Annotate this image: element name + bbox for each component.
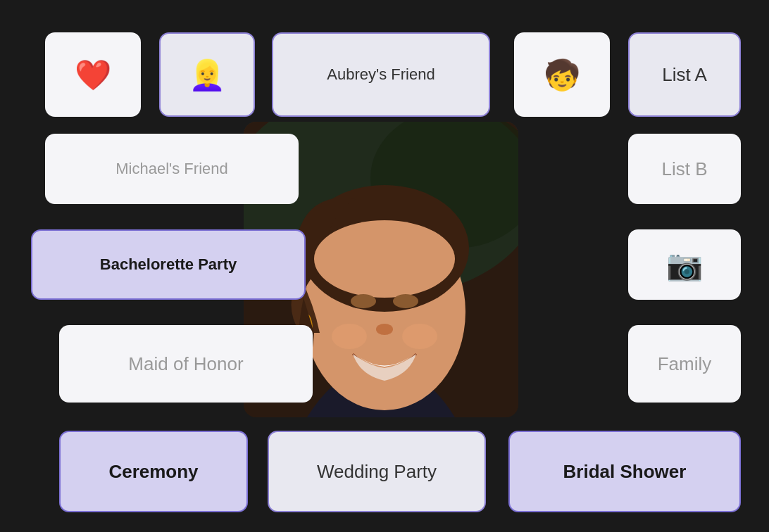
tag-grid: ❤️👱‍♀️Aubrey's Friend🧒List AMichael's Fr… [11, 13, 758, 519]
tag-btn-bachelorette-party[interactable]: Bachelorette Party [31, 229, 306, 300]
tag-label-family: Family [658, 353, 712, 375]
tag-label-michaels-friend: Michael's Friend [115, 160, 227, 178]
tag-label-man-emoji: 🧒 [544, 58, 580, 92]
tag-btn-man-emoji[interactable]: 🧒 [514, 32, 610, 117]
tag-label-aubreys-friend: Aubrey's Friend [327, 65, 434, 84]
svg-point-7 [351, 294, 376, 308]
tag-label-list-a: List A [662, 64, 707, 86]
tag-label-bridal-shower: Bridal Shower [563, 461, 687, 483]
tag-label-camera-emoji: 📷 [666, 248, 703, 282]
tag-btn-bridal-shower[interactable]: Bridal Shower [508, 431, 741, 512]
tag-btn-family[interactable]: Family [628, 325, 741, 403]
svg-point-10 [332, 324, 367, 349]
tag-btn-heart[interactable]: ❤️ [45, 32, 141, 117]
tag-label-maid-of-honor: Maid of Honor [128, 353, 243, 375]
tag-btn-list-b[interactable]: List B [628, 134, 741, 204]
tag-label-woman-emoji: 👱‍♀️ [189, 58, 225, 92]
tag-btn-maid-of-honor[interactable]: Maid of Honor [59, 325, 313, 403]
tag-label-wedding-party: Wedding Party [317, 461, 437, 483]
tag-btn-woman-emoji[interactable]: 👱‍♀️ [159, 32, 255, 117]
tag-btn-list-a[interactable]: List A [628, 32, 741, 117]
tag-label-list-b: List B [661, 158, 707, 180]
tag-label-ceremony: Ceremony [108, 461, 198, 483]
tag-label-heart: ❤️ [75, 58, 111, 92]
svg-point-8 [393, 294, 418, 308]
tag-btn-michaels-friend[interactable]: Michael's Friend [45, 134, 299, 204]
tag-label-bachelorette-party: Bachelorette Party [100, 255, 237, 274]
svg-point-6 [314, 220, 455, 298]
svg-point-11 [402, 324, 437, 349]
tag-btn-wedding-party[interactable]: Wedding Party [268, 431, 486, 512]
tag-btn-ceremony[interactable]: Ceremony [59, 431, 248, 512]
tag-btn-aubreys-friend[interactable]: Aubrey's Friend [272, 32, 490, 117]
tag-btn-camera-emoji[interactable]: 📷 [628, 229, 741, 300]
svg-point-9 [376, 324, 393, 335]
